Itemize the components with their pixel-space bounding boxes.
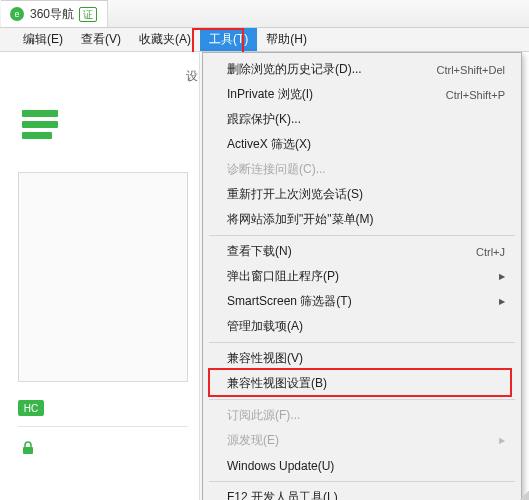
- menu-item-label: F12 开发人员工具(L): [227, 489, 338, 500]
- menu-item: 源发现(E)▶: [205, 428, 519, 453]
- menu-item-label: 诊断连接问题(C)...: [227, 161, 326, 178]
- logo-360: [22, 110, 58, 139]
- cert-badge: 证: [79, 7, 97, 22]
- menu-shortcut: Ctrl+Shift+P: [446, 89, 505, 101]
- menu-item-label: 兼容性视图(V): [227, 350, 303, 367]
- menu-item[interactable]: 查看下载(N)Ctrl+J: [205, 239, 519, 264]
- favicon-360: e: [9, 6, 25, 22]
- tools-dropdown: 删除浏览的历史记录(D)...Ctrl+Shift+DelInPrivate 浏…: [202, 52, 522, 500]
- resize-corner: [519, 490, 529, 500]
- menu-item[interactable]: SmartScreen 筛选器(T)▶: [205, 289, 519, 314]
- menu-item[interactable]: 弹出窗口阻止程序(P)▶: [205, 264, 519, 289]
- settings-label: 设: [186, 68, 198, 85]
- chevron-right-icon: ▶: [499, 297, 505, 306]
- menu-separator: [209, 481, 515, 482]
- menu-help[interactable]: 帮助(H): [257, 28, 316, 51]
- side-divider: [18, 426, 188, 427]
- menu-shortcut: Ctrl+J: [476, 246, 505, 258]
- menu-item[interactable]: 跟踪保护(K)...: [205, 107, 519, 132]
- menu-item-label: 重新打开上次浏览会话(S): [227, 186, 363, 203]
- menu-item-label: 跟踪保护(K)...: [227, 111, 301, 128]
- menu-item[interactable]: 将网站添加到"开始"菜单(M): [205, 207, 519, 232]
- menu-item-label: 弹出窗口阻止程序(P): [227, 268, 339, 285]
- menu-favorites[interactable]: 收藏夹(A): [130, 28, 200, 51]
- menu-item-label: 兼容性视图设置(B): [227, 375, 327, 392]
- lock-icon: [20, 440, 36, 461]
- menu-edit[interactable]: 编辑(E): [14, 28, 72, 51]
- menu-item-label: 管理加载项(A): [227, 318, 303, 335]
- menu-item-label: 将网站添加到"开始"菜单(M): [227, 211, 374, 228]
- menu-item-label: ActiveX 筛选(X): [227, 136, 311, 153]
- tab-strip: e 360导航 证 https://hao.360.cn/?wd_xp1: [0, 0, 529, 28]
- menu-item[interactable]: 兼容性视图设置(B): [205, 371, 519, 396]
- tab-title: 360导航: [30, 6, 74, 23]
- menu-item[interactable]: ActiveX 筛选(X): [205, 132, 519, 157]
- svg-rect-5: [23, 447, 33, 454]
- menu-item: 诊断连接问题(C)...: [205, 157, 519, 182]
- menu-item-label: 查看下载(N): [227, 243, 292, 260]
- menu-item: 订阅此源(F)...: [205, 403, 519, 428]
- menu-item[interactable]: Windows Update(U): [205, 453, 519, 478]
- menu-item-label: Windows Update(U): [227, 459, 334, 473]
- menu-separator: [209, 235, 515, 236]
- menu-view[interactable]: 查看(V): [72, 28, 130, 51]
- menu-item[interactable]: 删除浏览的历史记录(D)...Ctrl+Shift+Del: [205, 57, 519, 82]
- chevron-right-icon: ▶: [499, 272, 505, 281]
- content-area: 设 HC 删除浏览的历史记录(D)...Ctrl+Shift+DelInPriv…: [0, 52, 529, 500]
- menu-item[interactable]: F12 开发人员工具(L): [205, 485, 519, 500]
- menu-item[interactable]: 管理加载项(A): [205, 314, 519, 339]
- menu-separator: [209, 342, 515, 343]
- chevron-right-icon: ▶: [499, 436, 505, 445]
- menu-item-label: InPrivate 浏览(I): [227, 86, 313, 103]
- menu-item-label: SmartScreen 筛选器(T): [227, 293, 352, 310]
- menu-item-label: 删除浏览的历史记录(D)...: [227, 61, 362, 78]
- menu-tools[interactable]: 工具(T): [200, 28, 257, 51]
- page-left-panel: 设 HC: [0, 52, 200, 500]
- menu-item[interactable]: InPrivate 浏览(I)Ctrl+Shift+P: [205, 82, 519, 107]
- menu-item-label: 源发现(E): [227, 432, 279, 449]
- menu-separator: [209, 399, 515, 400]
- menu-item[interactable]: 兼容性视图(V): [205, 346, 519, 371]
- browser-tab[interactable]: e 360导航 证: [1, 0, 108, 27]
- menu-shortcut: Ctrl+Shift+Del: [437, 64, 505, 76]
- side-box: [18, 172, 188, 382]
- svg-text:e: e: [14, 9, 19, 19]
- menu-item-label: 订阅此源(F)...: [227, 407, 300, 424]
- menu-bar: 编辑(E) 查看(V) 收藏夹(A) 工具(T) 帮助(H): [0, 28, 529, 52]
- hc-badge: HC: [18, 400, 44, 416]
- menu-item[interactable]: 重新打开上次浏览会话(S): [205, 182, 519, 207]
